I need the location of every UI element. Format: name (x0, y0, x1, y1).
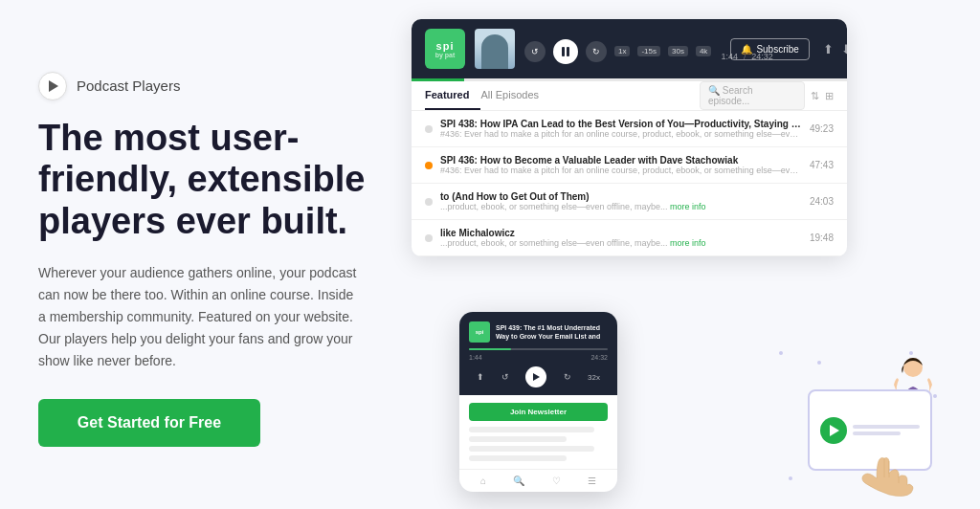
player-logo: spi by pat (425, 29, 465, 69)
download-icon[interactable]: ⬇ (841, 42, 847, 56)
get-started-button[interactable]: Get Started for Free (38, 399, 260, 447)
speed-badge: 1x (614, 46, 630, 56)
sort-icon[interactable]: ⇅ (811, 90, 819, 102)
search-icon: 🔍 (708, 85, 723, 96)
episode-duration-1: 49:23 (810, 123, 834, 134)
forward-button[interactable]: ↻ (586, 41, 607, 62)
mobile-play-triangle-icon (533, 373, 540, 381)
mobile-player: spi SPI 439: The #1 Most Underrated Way … (459, 312, 617, 492)
player-thumbnail (475, 29, 515, 69)
illustration (769, 346, 942, 499)
mobile-logo: spi (469, 321, 490, 343)
illus-lines (853, 425, 920, 435)
pause-button[interactable] (553, 39, 578, 64)
episode-list: SPI 438: How IPA Can Lead to the Best Ve… (412, 111, 847, 256)
episode-row[interactable]: SPI 438: How IPA Can Lead to the Best Ve… (412, 111, 847, 147)
episode-duration-4: 19:48 (810, 232, 834, 243)
episode-title-3: to (And How to Get Out of Them) (440, 191, 802, 202)
person-silhouette (481, 34, 508, 69)
episode-meta: SPI 438: How IPA Can Lead to the Best Ve… (440, 119, 802, 139)
header-actions: ⬆ ⬇ ☰ (823, 42, 847, 56)
episode-duration-3: 24:03 (810, 196, 834, 207)
episode-meta: SPI 436: How to Become a Valuable Leader… (440, 155, 802, 175)
search-area: 🔍 Search episode... ⇅ ⊞ (700, 81, 834, 110)
episode-duration-2: 47:43 (810, 160, 834, 170)
mobile-home-icon[interactable]: ⌂ (480, 476, 486, 486)
mobile-time-row: 1:44 24:32 (469, 354, 608, 361)
mobile-speed-icon[interactable]: 32x (588, 373, 600, 382)
mobile-progress-fill (469, 348, 511, 350)
episode-desc-3: ...product, ebook, or something else—eve… (440, 202, 802, 211)
mobile-play-button[interactable] (525, 366, 546, 387)
page-wrapper: Podcast Players The most user-friendly, … (0, 0, 980, 509)
mobile-join-button[interactable]: Join Newsletter (469, 403, 608, 421)
player-header: spi by pat ↺ (412, 19, 847, 78)
left-column: Podcast Players The most user-friendly, … (38, 62, 402, 448)
hero-description: Wherever your audience gathers online, y… (38, 262, 364, 372)
bell-icon: 🔔 (741, 44, 752, 55)
badge-label: Podcast Players (77, 77, 180, 94)
mobile-rewind-icon[interactable]: ↺ (501, 372, 509, 382)
scatter-dot (779, 351, 783, 355)
share-icon[interactable]: ⬆ (823, 42, 834, 56)
subscribe-button[interactable]: 🔔 Subscribe (730, 38, 809, 60)
grid-icon[interactable]: ⊞ (825, 90, 834, 102)
episode-meta: to (And How to Get Out of Them) ...produ… (440, 191, 802, 211)
episode-row[interactable]: to (And How to Get Out of Them) ...produ… (412, 184, 847, 220)
episode-dot (425, 125, 433, 133)
episode-desc-2: #436: Ever had to make a pitch for an on… (440, 166, 802, 175)
illus-line (853, 432, 901, 435)
hand-svg (856, 447, 923, 499)
episode-desc-1: #436: Ever had to make a pitch for an on… (440, 129, 802, 139)
episode-dot (425, 198, 433, 206)
illus-line (853, 425, 920, 429)
logo-subtext: by pat (435, 52, 456, 58)
mobile-heart-icon[interactable]: ♡ (552, 476, 561, 486)
skip-forward-badge: 30s (668, 46, 688, 56)
quality-badge: 4k (696, 46, 711, 56)
illus-play-button (820, 417, 847, 444)
mobile-progress-track (469, 348, 608, 350)
right-column: spi by pat ↺ (402, 0, 942, 509)
mobile-episode-list (469, 427, 608, 461)
mobile-episode-title: SPI 439: The #1 Most Underrated Way to G… (496, 323, 608, 341)
mobile-body: Join Newsletter (459, 395, 617, 469)
mobile-share-icon[interactable]: ⬆ (477, 372, 484, 382)
mobile-header-row: spi SPI 439: The #1 Most Underrated Way … (469, 321, 608, 343)
mobile-search-icon[interactable]: 🔍 (513, 476, 524, 486)
mobile-ep-line (469, 455, 567, 461)
pause-icon (562, 47, 569, 56)
scatter-dot (817, 361, 821, 365)
episode-dot (425, 234, 433, 242)
search-box[interactable]: 🔍 Search episode... (700, 81, 805, 110)
mobile-menu-icon[interactable]: ☰ (588, 476, 596, 486)
scatter-dot (789, 476, 792, 480)
tab-featured[interactable]: Featured (425, 81, 480, 110)
episode-row[interactable]: like Michalowicz ...product, ebook, or s… (412, 220, 847, 256)
play-triangle-icon (49, 80, 58, 92)
rewind-button[interactable]: ↺ (524, 41, 546, 62)
mobile-ep-line (469, 427, 594, 432)
thumbnail-image (475, 29, 515, 69)
episode-row[interactable]: SPI 436: How to Become a Valuable Leader… (412, 147, 847, 184)
mobile-time-current: 1:44 (469, 354, 482, 361)
mobile-forward-icon[interactable]: ↻ (564, 372, 571, 382)
tab-all-episodes[interactable]: All Episodes (480, 81, 550, 110)
mobile-ep-line (469, 446, 594, 452)
logo-text: spi (436, 40, 455, 52)
illus-play-triangle-icon (830, 425, 839, 436)
episode-desc-4: ...product, ebook, or something else—eve… (440, 238, 802, 248)
player-controls-area: ↺ ↻ 1x -15s 30s 4k (524, 39, 711, 64)
mobile-time-total: 24:32 (590, 354, 608, 361)
subscribe-label: Subscribe (756, 44, 798, 55)
mobile-ep-line (469, 436, 567, 442)
mobile-logo-text: spi (476, 329, 484, 335)
play-icon-circle (38, 72, 67, 100)
mobile-controls-row: ⬆ ↺ ↻ 32x (469, 361, 608, 387)
scatter-dot (909, 351, 913, 355)
badge-row: Podcast Players (38, 72, 402, 100)
hero-title: The most user-friendly, extensible playe… (38, 118, 402, 243)
skip-back-badge: -15s (637, 46, 660, 56)
episode-meta: like Michalowicz ...product, ebook, or s… (440, 228, 802, 248)
mobile-player-top: spi SPI 439: The #1 Most Underrated Way … (459, 312, 617, 395)
